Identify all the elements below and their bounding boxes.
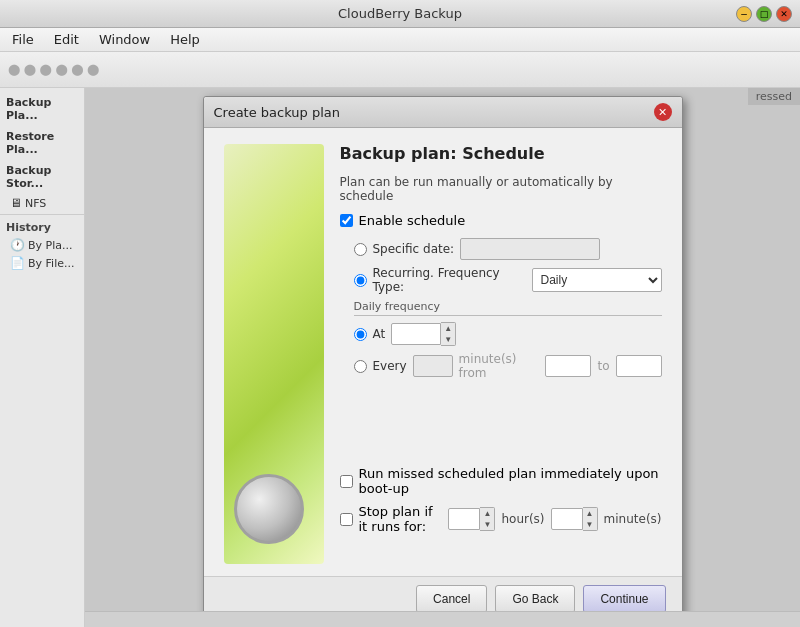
sidebar-item-by-file[interactable]: 📄 By File... <box>0 254 84 272</box>
minutes-label: minute(s) from <box>459 352 540 380</box>
sidebar-section-backup-plan: Backup Pla... <box>0 92 84 126</box>
recurring-radio[interactable] <box>354 274 367 287</box>
daily-frequency-section: Daily frequency At 03:00 ▲ <box>354 300 662 380</box>
sidebar-section-backup-stor: Backup Stor... <box>0 160 84 194</box>
sidebar-section-history: History <box>0 214 84 236</box>
specific-date-row: Specific date: 9/21/18 12:04 PM <box>354 238 662 260</box>
at-time-up-button[interactable]: ▲ <box>441 323 455 334</box>
dialog-content: Backup plan: Schedule Plan can be run ma… <box>204 128 682 576</box>
main-layout: Backup Pla... Restore Pla... Backup Stor… <box>0 88 800 627</box>
at-row: At 03:00 ▲ ▼ <box>354 322 662 346</box>
stop-plan-row: Stop plan if it runs for: 0 ▲ ▼ hour(s) <box>340 504 662 534</box>
stop-plan-checkbox[interactable] <box>340 513 353 526</box>
plan-description: Plan can be run manually or automaticall… <box>340 175 662 203</box>
boot-checkbox-row: Run missed scheduled plan immediately up… <box>340 466 662 496</box>
menu-edit[interactable]: Edit <box>46 30 87 49</box>
stop-minutes-down-button[interactable]: ▼ <box>583 519 597 530</box>
frequency-select[interactable]: Daily Weekly Monthly <box>532 268 662 292</box>
to-label: to <box>597 359 609 373</box>
enable-schedule-label: Enable schedule <box>359 213 466 228</box>
sidebar-item-nfs-label: NFS <box>25 197 46 210</box>
menu-bar: File Edit Window Help <box>0 28 800 52</box>
continue-button[interactable]: Continue <box>583 585 665 613</box>
recurring-row: Recurring. Frequency Type: Daily Weekly … <box>354 266 662 294</box>
page-title: Backup plan: Schedule <box>340 144 662 163</box>
close-button[interactable]: ✕ <box>776 6 792 22</box>
dialog-decoration <box>224 144 324 564</box>
minutes2-label: minute(s) <box>604 512 662 526</box>
maximize-button[interactable]: □ <box>756 6 772 22</box>
at-time-down-button[interactable]: ▼ <box>441 334 455 345</box>
at-time-radio[interactable] <box>354 328 367 341</box>
stop-minutes-spinner: 0 ▲ ▼ <box>551 507 598 531</box>
boot-checkbox[interactable] <box>340 475 353 488</box>
sidebar-section-restore-plan: Restore Pla... <box>0 126 84 160</box>
hours-label: hour(s) <box>501 512 544 526</box>
stop-hours-input[interactable]: 0 <box>448 508 480 530</box>
app-title: CloudBerry Backup <box>338 6 462 21</box>
stop-hours-spinner-buttons: ▲ ▼ <box>480 507 495 531</box>
sidebar-item-by-file-label: By File... <box>28 257 74 270</box>
at-label: At <box>373 327 386 341</box>
dialog-form: Backup plan: Schedule Plan can be run ma… <box>340 144 662 564</box>
at-time-spinner-buttons: ▲ ▼ <box>441 322 456 346</box>
by-file-icon: 📄 <box>10 256 25 270</box>
at-time-input[interactable]: 03:00 <box>391 323 441 345</box>
spacer <box>340 386 662 466</box>
specific-date-input[interactable]: 9/21/18 12:04 PM <box>460 238 600 260</box>
nfs-icon: 🖥 <box>10 196 22 210</box>
daily-frequency-header: Daily frequency <box>354 300 662 316</box>
content-area: ressed Create backup plan ✕ Backup <box>85 88 800 627</box>
dialog-titlebar: Create backup plan ✕ <box>204 97 682 128</box>
from-time-input[interactable]: 00:00 <box>545 355 591 377</box>
stop-minutes-input[interactable]: 0 <box>551 508 583 530</box>
specific-date-label: Specific date: <box>373 242 455 256</box>
every-minutes-input[interactable]: 60 <box>413 355 453 377</box>
title-bar: CloudBerry Backup − □ ✕ <box>0 0 800 28</box>
deco-disc <box>234 474 304 544</box>
menu-file[interactable]: File <box>4 30 42 49</box>
every-minutes-radio[interactable] <box>354 360 367 373</box>
cancel-button[interactable]: Cancel <box>416 585 487 613</box>
status-bar <box>85 611 800 627</box>
window-controls: − □ ✕ <box>736 6 792 22</box>
sidebar: Backup Pla... Restore Pla... Backup Stor… <box>0 88 85 627</box>
menu-help[interactable]: Help <box>162 30 208 49</box>
toolbar: ⬤ ⬤ ⬤ ⬤ ⬤ ⬤ <box>0 52 800 88</box>
go-back-button[interactable]: Go Back <box>495 585 575 613</box>
schedule-options-section: Specific date: 9/21/18 12:04 PM Recurrin… <box>354 238 662 380</box>
menu-window[interactable]: Window <box>91 30 158 49</box>
stop-minutes-spinner-buttons: ▲ ▼ <box>583 507 598 531</box>
dialog-title: Create backup plan <box>214 105 341 120</box>
sidebar-item-by-plan[interactable]: 🕐 By Pla... <box>0 236 84 254</box>
stop-hours-down-button[interactable]: ▼ <box>480 519 494 530</box>
specific-date-radio[interactable] <box>354 243 367 256</box>
at-time-spinner: 03:00 ▲ ▼ <box>391 322 456 346</box>
dialog-close-button[interactable]: ✕ <box>654 103 672 121</box>
dialog-overlay: Create backup plan ✕ Backup plan: Schedu… <box>85 88 800 611</box>
stop-hours-up-button[interactable]: ▲ <box>480 508 494 519</box>
sidebar-item-by-plan-label: By Pla... <box>28 239 72 252</box>
enable-schedule-row: Enable schedule <box>340 213 662 228</box>
enable-schedule-checkbox[interactable] <box>340 214 353 227</box>
stop-hours-spinner: 0 ▲ ▼ <box>448 507 495 531</box>
boot-label: Run missed scheduled plan immediately up… <box>359 466 662 496</box>
every-row: Every 60 minute(s) from 00:00 to 23:59 <box>354 352 662 380</box>
by-plan-icon: 🕐 <box>10 238 25 252</box>
stop-minutes-up-button[interactable]: ▲ <box>583 508 597 519</box>
to-time-input[interactable]: 23:59 <box>616 355 662 377</box>
minimize-button[interactable]: − <box>736 6 752 22</box>
recurring-label: Recurring. Frequency Type: <box>373 266 526 294</box>
stop-plan-label: Stop plan if it runs for: <box>359 504 443 534</box>
every-label: Every <box>373 359 407 373</box>
dialog: Create backup plan ✕ Backup plan: Schedu… <box>203 96 683 622</box>
sidebar-item-nfs[interactable]: 🖥 NFS <box>0 194 84 212</box>
